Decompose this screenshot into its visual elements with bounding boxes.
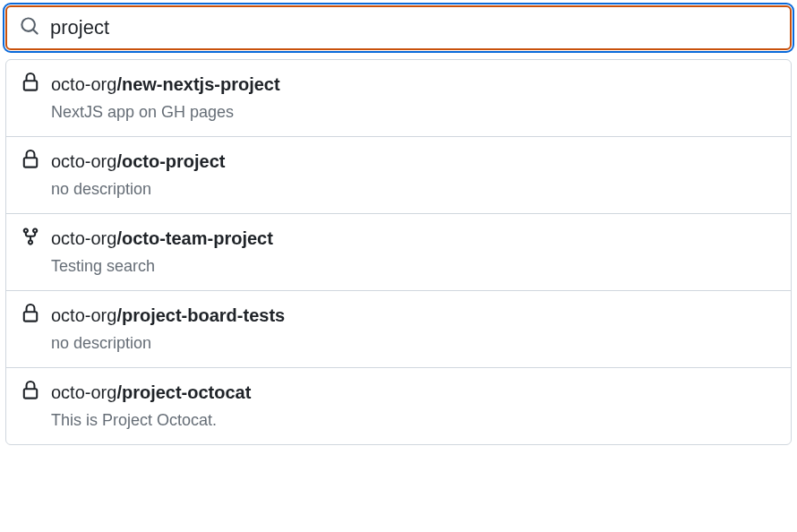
result-title-row: octo-org/octo-team-project [21,227,776,250]
repo-description: Testing search [51,257,776,276]
fork-icon [21,227,40,250]
repo-name: octo-team-project [122,228,273,248]
repo-owner: octo-org [51,151,116,171]
search-results-panel: octo-org/new-nextjs-projectNextJS app on… [5,59,792,445]
search-box-wrapper[interactable] [5,5,792,50]
repo-name: octo-project [122,151,226,171]
repo-full-name: octo-org/project-board-tests [51,304,285,327]
repo-description: This is Project Octocat. [51,411,776,430]
repo-name: project-octocat [122,382,251,402]
repo-owner: octo-org [51,228,116,248]
search-input[interactable] [50,16,777,39]
repo-full-name: octo-org/octo-team-project [51,227,273,250]
repo-name: new-nextjs-project [122,74,280,94]
lock-icon [21,304,40,327]
lock-icon [21,73,40,96]
search-icon [20,16,39,39]
repo-owner: octo-org [51,382,116,402]
repo-description: no description [51,334,776,353]
repo-full-name: octo-org/project-octocat [51,381,251,404]
result-title-row: octo-org/new-nextjs-project [21,73,776,96]
result-title-row: octo-org/project-octocat [21,381,776,404]
lock-icon [21,150,40,173]
repo-owner: octo-org [51,305,116,325]
repo-full-name: octo-org/octo-project [51,150,226,173]
repo-description: no description [51,180,776,199]
result-item[interactable]: octo-org/new-nextjs-projectNextJS app on… [6,60,791,137]
result-title-row: octo-org/octo-project [21,150,776,173]
result-item[interactable]: octo-org/octo-team-projectTesting search [6,214,791,291]
lock-icon [21,381,40,404]
result-item[interactable]: octo-org/octo-projectno description [6,137,791,214]
repo-owner: octo-org [51,74,116,94]
repo-description: NextJS app on GH pages [51,103,776,122]
repo-full-name: octo-org/new-nextjs-project [51,73,280,96]
result-item[interactable]: octo-org/project-board-testsno descripti… [6,291,791,368]
repo-name: project-board-tests [122,305,285,325]
result-title-row: octo-org/project-board-tests [21,304,776,327]
result-item[interactable]: octo-org/project-octocatThis is Project … [6,368,791,444]
